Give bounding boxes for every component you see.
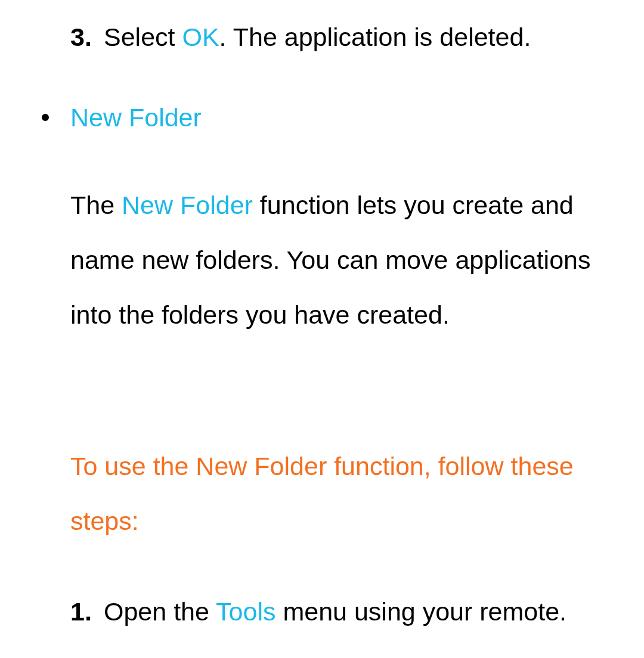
ok-keyword: OK bbox=[182, 23, 219, 51]
step-1-text-2: menu using your remote. bbox=[275, 597, 566, 626]
step-3-text-1: Select bbox=[104, 23, 182, 51]
step-1-text-1: Open the bbox=[104, 597, 216, 626]
desc-text-1: The bbox=[70, 191, 122, 219]
new-folder-description: The New Folder function lets you create … bbox=[70, 178, 627, 342]
step-1-number: 1. bbox=[70, 584, 92, 639]
new-folder-title: New Folder bbox=[70, 103, 644, 132]
step-1-block: 1. Open the Tools menu using your remote… bbox=[70, 584, 627, 639]
step-3-number: 3. bbox=[70, 23, 104, 52]
step-3-text-2: . The application is deleted. bbox=[219, 23, 531, 51]
step-1-content: Open the Tools menu using your remote. bbox=[70, 584, 627, 639]
new-folder-bullet-section: New Folder The New Folder function lets … bbox=[0, 103, 644, 639]
new-folder-keyword: New Folder bbox=[122, 191, 253, 219]
step-3-line: 3.Select OK. The application is deleted. bbox=[70, 23, 632, 52]
tools-keyword: Tools bbox=[216, 597, 275, 626]
instruction-heading: To use the New Folder function, follow t… bbox=[70, 439, 627, 548]
bullet-icon bbox=[42, 114, 49, 121]
